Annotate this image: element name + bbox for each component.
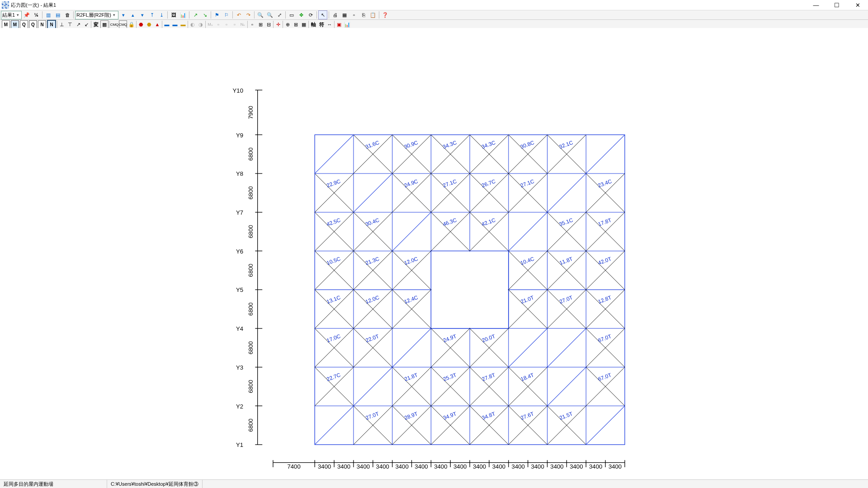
nu-icon[interactable]: Nᵤ <box>239 21 246 28</box>
stop-icon[interactable]: ▣ <box>335 21 343 28</box>
maximize-button[interactable]: ☐ <box>826 0 847 10</box>
cmq-button[interactable]: CMQ <box>111 21 118 28</box>
zoom-out-icon[interactable]: 🔍 <box>265 10 274 19</box>
print-icon[interactable]: 🖨 <box>330 10 340 19</box>
page-icon[interactable]: ▫ <box>349 10 359 19</box>
grid-diag-icon[interactable]: ▩ <box>100 20 108 28</box>
m-button[interactable]: M <box>2 20 10 28</box>
layer3-icon[interactable]: ▬ <box>179 21 187 28</box>
fu-button[interactable]: 符 <box>318 21 325 28</box>
minimize-button[interactable]: — <box>806 0 826 10</box>
person-2-icon[interactable]: ⊤ <box>66 21 74 28</box>
arrows-h-icon[interactable]: ↔ <box>326 21 333 28</box>
g2-icon[interactable]: ▫ <box>223 21 230 28</box>
lock-icon[interactable]: 🔒 <box>128 21 135 28</box>
jiku-button[interactable]: 軸 <box>310 21 317 28</box>
q-boxed-button[interactable]: Q <box>29 20 37 28</box>
h2-icon[interactable]: ⊞ <box>257 21 264 28</box>
toolbar-1: 結果1 📌 ¼ ▥ ▤ 🗑 R2FL層(R2F階) ▾ ▴ ▾ ⤒ ⤓ 🖼 📊 … <box>0 10 868 20</box>
pin-icon[interactable]: 📌 <box>22 10 31 19</box>
arrow-sw-icon[interactable]: ↙ <box>83 21 90 28</box>
node-red-icon[interactable]: ⬣ <box>137 21 145 28</box>
delete-icon[interactable]: 🗑 <box>63 10 72 19</box>
person-1-icon[interactable]: ⊥ <box>58 21 66 28</box>
help-icon[interactable]: ❓ <box>381 10 390 19</box>
image-icon[interactable]: 🖼 <box>169 10 178 19</box>
flag-down-icon[interactable]: ⚐ <box>222 10 231 19</box>
close-button[interactable]: ✕ <box>847 0 868 10</box>
cmq-boxed-button[interactable]: CMQ <box>119 20 127 28</box>
g1-icon[interactable]: ▫ <box>215 21 222 28</box>
import-icon[interactable]: ↘ <box>200 10 209 19</box>
h1-icon[interactable]: ▫ <box>249 21 256 28</box>
result-select[interactable]: 結果1 <box>1 11 22 19</box>
window-icon[interactable]: ▭ <box>287 10 296 19</box>
n-button[interactable]: N <box>38 20 46 28</box>
up-icon[interactable]: ▴ <box>128 10 137 19</box>
export-icon[interactable]: ↗ <box>191 10 200 19</box>
h3-icon[interactable]: ⊟ <box>265 21 272 28</box>
grid-v-icon[interactable]: ▤ <box>53 10 62 19</box>
m-boxed-button[interactable]: M <box>11 20 19 28</box>
extend1-icon[interactable]: ⊕ <box>284 21 291 28</box>
copy-icon[interactable]: ⎘ <box>359 10 368 19</box>
d2-icon[interactable]: ◑ <box>197 21 204 28</box>
dropdown-prev-icon[interactable]: ▾ <box>119 10 128 19</box>
redo-icon[interactable]: ↷ <box>244 10 253 19</box>
grid-h-icon[interactable]: ▥ <box>44 10 53 19</box>
paste-icon[interactable]: 📋 <box>368 10 377 19</box>
window-title: 応力図(一次) - 結果1 <box>11 2 56 9</box>
pan-icon[interactable]: ✥ <box>297 10 306 19</box>
rotate-icon[interactable]: ⟳ <box>306 10 315 19</box>
mu-icon[interactable]: Mᵤ <box>207 21 214 28</box>
titlebar: 応力図(一次) - 結果1 — ☐ ✕ <box>0 0 868 10</box>
flag-up-icon[interactable]: ⚑ <box>212 10 222 19</box>
n-boxed-button[interactable]: N <box>47 20 56 29</box>
undo-icon[interactable]: ↶ <box>234 10 243 19</box>
first-icon[interactable]: ⤒ <box>147 10 156 19</box>
node-yellow-icon[interactable]: ⬣ <box>146 21 153 28</box>
q-button[interactable]: Q <box>20 20 28 28</box>
target-icon[interactable]: ✛ <box>274 21 282 28</box>
chart-icon[interactable]: 📊 <box>179 10 188 19</box>
node-red2-icon[interactable]: ▲ <box>154 21 161 28</box>
hen-button[interactable]: 変 <box>92 21 99 28</box>
drawing-canvas[interactable]: Y1Y2Y3Y4Y5Y6Y7Y8Y9Y106800680068006800680… <box>0 28 868 29</box>
layer2-icon[interactable]: ▬ <box>171 21 179 28</box>
fraction-icon[interactable]: ¼ <box>32 10 41 19</box>
d1-icon[interactable]: ◐ <box>189 21 196 28</box>
extend3-icon[interactable]: ▦ <box>300 21 307 28</box>
preview-icon[interactable]: ▦ <box>340 10 349 19</box>
layer-select[interactable]: R2FL層(R2F階) <box>75 11 118 19</box>
last-icon[interactable]: ⤓ <box>157 10 166 19</box>
layer1-icon[interactable]: ▬ <box>163 21 170 28</box>
zoom-in-icon[interactable]: 🔍 <box>256 10 265 19</box>
g3-icon[interactable]: ▫ <box>231 21 238 28</box>
pointer-icon[interactable]: ↖ <box>318 10 327 19</box>
zoom-fit-icon[interactable]: ⤢ <box>275 10 284 19</box>
app-icon <box>2 1 9 9</box>
rec-icon[interactable]: 📊 <box>344 21 351 28</box>
arrow-ne-icon[interactable]: ↗ <box>75 21 82 28</box>
down-icon[interactable]: ▾ <box>138 10 147 19</box>
extend2-icon[interactable]: ⊞ <box>292 21 299 28</box>
